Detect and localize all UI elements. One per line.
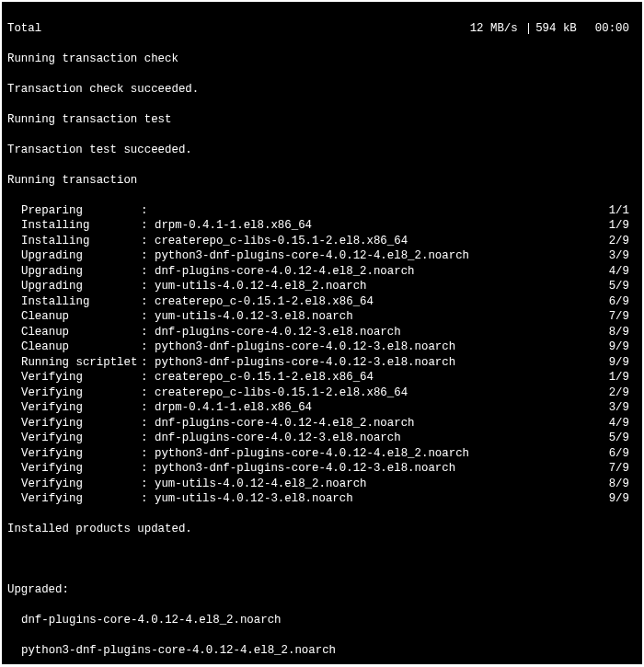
transaction-op-row: Verifying: python3-dnf-plugins-core-4.0.… (7, 461, 637, 477)
blank-line (7, 552, 637, 568)
op-counter: 3/9 (609, 248, 637, 264)
total-row: Total 12 MB/s | 594 kB 00:00 (7, 21, 637, 37)
op-colon: : (141, 385, 155, 401)
op-colon: : (141, 264, 155, 280)
op-colon: : (141, 339, 155, 355)
op-label: Verifying (21, 370, 141, 385)
transaction-op-row: Upgrading: yum-utils-4.0.12-4.el8_2.noar… (7, 279, 637, 294)
status-line: Transaction test succeeded. (7, 143, 637, 158)
indent (7, 248, 21, 264)
indent (7, 309, 21, 325)
upgraded-header: Upgraded: (7, 582, 637, 598)
op-counter: 2/9 (609, 385, 637, 401)
op-package: dnf-plugins-core-4.0.12-3.el8.noarch (155, 325, 609, 340)
op-package: drpm-0.4.1-1.el8.x86_64 (155, 400, 609, 416)
op-package: python3-dnf-plugins-core-4.0.12-3.el8.no… (155, 339, 609, 355)
op-counter: 8/9 (609, 325, 637, 340)
indent (7, 218, 21, 234)
op-counter: 5/9 (609, 431, 637, 446)
indent (7, 385, 21, 401)
total-label: Total (7, 21, 41, 37)
op-counter: 8/9 (609, 477, 637, 492)
op-colon: : (141, 370, 155, 385)
indent (7, 400, 21, 416)
spacer (41, 21, 470, 37)
op-counter: 6/9 (609, 294, 637, 310)
indent (7, 461, 21, 477)
indent (7, 416, 21, 431)
op-label: Verifying (21, 446, 141, 462)
op-colon: : (141, 461, 155, 477)
op-label: Verifying (21, 400, 141, 416)
op-label: Verifying (21, 477, 141, 492)
indent (7, 477, 21, 492)
transaction-op-row: Cleanup: dnf-plugins-core-4.0.12-3.el8.n… (7, 325, 637, 340)
total-sep: | (522, 21, 535, 37)
op-package: python3-dnf-plugins-core-4.0.12-3.el8.no… (155, 355, 609, 371)
op-package: python3-dnf-plugins-core-4.0.12-4.el8_2.… (155, 248, 609, 264)
op-colon: : (141, 325, 155, 340)
op-colon: : (141, 400, 155, 416)
op-label: Verifying (21, 431, 141, 446)
transaction-op-row: Verifying: yum-utils-4.0.12-3.el8.noarch… (7, 491, 637, 507)
op-package: createrepo_c-libs-0.15.1-2.el8.x86_64 (155, 234, 609, 249)
op-label: Cleanup (21, 309, 141, 325)
op-colon: : (141, 294, 155, 310)
op-package: dnf-plugins-core-4.0.12-3.el8.noarch (155, 431, 609, 446)
op-counter: 1/9 (609, 218, 637, 234)
op-package: yum-utils-4.0.12-4.el8_2.noarch (155, 279, 609, 294)
op-label: Cleanup (21, 325, 141, 340)
op-colon: : (141, 279, 155, 294)
op-counter: 7/9 (609, 461, 637, 477)
op-counter: 6/9 (609, 446, 637, 462)
indent (7, 325, 21, 340)
op-colon: : (141, 446, 155, 462)
op-counter: 1/9 (609, 370, 637, 385)
terminal-output[interactable]: Total 12 MB/s | 594 kB 00:00 Running tra… (2, 2, 642, 664)
indent (7, 234, 21, 249)
op-colon: : (141, 491, 155, 507)
op-counter: 1/1 (609, 203, 637, 219)
op-colon: : (141, 203, 155, 219)
transaction-op-row: Verifying: createrepo_c-libs-0.15.1-2.el… (7, 385, 637, 401)
transaction-op-row: Running scriptlet: python3-dnf-plugins-c… (7, 355, 637, 371)
op-package: dnf-plugins-core-4.0.12-4.el8_2.noarch (155, 264, 609, 280)
indent (7, 264, 21, 280)
transaction-op-row: Verifying: createrepo_c-0.15.1-2.el8.x86… (7, 370, 637, 385)
total-time: 00:00 (595, 21, 637, 37)
indent (7, 355, 21, 371)
op-colon: : (141, 431, 155, 446)
indent (7, 339, 21, 355)
status-line: Running transaction test (7, 112, 637, 128)
status-line: Running transaction check (7, 52, 637, 67)
indent (7, 203, 21, 219)
op-counter: 4/9 (609, 416, 637, 431)
op-package: createrepo_c-libs-0.15.1-2.el8.x86_64 (155, 385, 609, 401)
op-package: dnf-plugins-core-4.0.12-4.el8_2.noarch (155, 416, 609, 431)
op-label: Verifying (21, 416, 141, 431)
transaction-op-row: Verifying: python3-dnf-plugins-core-4.0.… (7, 446, 637, 462)
upgraded-item: python3-dnf-plugins-core-4.0.12-4.el8_2.… (7, 643, 637, 659)
status-line: Transaction check succeeded. (7, 82, 637, 98)
op-counter: 9/9 (609, 355, 637, 371)
indent (7, 431, 21, 446)
op-package: yum-utils-4.0.12-3.el8.noarch (155, 309, 609, 325)
op-package: python3-dnf-plugins-core-4.0.12-3.el8.no… (155, 461, 609, 477)
op-label: Upgrading (21, 279, 141, 294)
transaction-op-row: Installing: createrepo_c-libs-0.15.1-2.e… (7, 234, 637, 249)
op-label: Verifying (21, 461, 141, 477)
op-colon: : (141, 234, 155, 249)
indent (7, 446, 21, 462)
transaction-op-row: Verifying: dnf-plugins-core-4.0.12-4.el8… (7, 416, 637, 431)
transaction-op-row: Upgrading: dnf-plugins-core-4.0.12-4.el8… (7, 264, 637, 280)
op-package: yum-utils-4.0.12-4.el8_2.noarch (155, 477, 609, 492)
transaction-op-row: Installing: createrepo_c-0.15.1-2.el8.x8… (7, 294, 637, 310)
op-package: python3-dnf-plugins-core-4.0.12-4.el8_2.… (155, 446, 609, 462)
op-colon: : (141, 355, 155, 371)
op-colon: : (141, 218, 155, 234)
op-counter: 2/9 (609, 234, 637, 249)
op-package: createrepo_c-0.15.1-2.el8.x86_64 (155, 294, 609, 310)
transaction-op-row: Verifying: dnf-plugins-core-4.0.12-3.el8… (7, 431, 637, 446)
products-updated-line: Installed products updated. (7, 522, 637, 537)
op-colon: : (141, 248, 155, 264)
